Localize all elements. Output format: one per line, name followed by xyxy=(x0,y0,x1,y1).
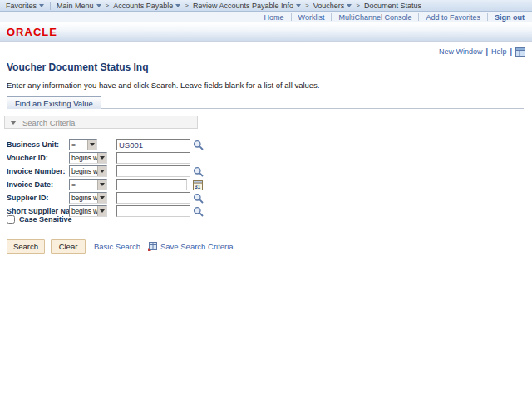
operator-value: = xyxy=(70,180,97,190)
chevron-down-icon xyxy=(347,4,352,7)
page-title: Voucher Document Status Inq xyxy=(7,62,148,73)
breadcrumb: Favorites Main Menu > Accounts Payable >… xyxy=(0,0,532,12)
invoice-date-calendar-icon[interactable]: 31 xyxy=(193,179,204,190)
breadcrumb-item-label: Accounts Payable xyxy=(113,2,173,10)
save-search-criteria-icon[interactable] xyxy=(147,242,157,252)
collapse-triangle-icon xyxy=(10,121,17,125)
voucher-id-operator-select[interactable]: begins with xyxy=(69,152,107,164)
main-menu-label: Main Menu xyxy=(57,2,94,10)
clear-button[interactable]: Clear xyxy=(51,239,86,254)
field-label: Invoice Number: xyxy=(7,167,66,175)
oracle-logo: ORACLE xyxy=(7,26,57,38)
operator-value: = xyxy=(70,140,87,150)
breadcrumb-item-vouchers[interactable]: Vouchers xyxy=(313,2,352,10)
field-label: Supplier ID: xyxy=(7,194,49,202)
breadcrumb-item-accounts-payable[interactable]: Accounts Payable xyxy=(113,2,180,10)
chevron-down-icon xyxy=(97,180,106,190)
utility-divider xyxy=(331,13,332,21)
utility-divider xyxy=(291,13,292,21)
home-link[interactable]: Home xyxy=(264,13,284,22)
search-field-row-invoice-number: Invoice Number: begins with xyxy=(7,165,223,177)
breadcrumb-item-document-status: Document Status xyxy=(364,2,421,10)
sign-out-link[interactable]: Sign out xyxy=(495,13,525,22)
chevron-down-icon xyxy=(97,153,106,163)
supplier-id-operator-select[interactable]: begins with xyxy=(69,192,107,204)
breadcrumb-divider xyxy=(50,2,51,10)
case-sensitive-checkbox[interactable] xyxy=(7,215,15,224)
favorites-menu[interactable]: Favorites xyxy=(6,2,44,10)
breadcrumb-separator: > xyxy=(106,2,110,9)
search-criteria-header[interactable]: Search Criteria xyxy=(4,116,198,129)
chevron-down-icon xyxy=(97,206,106,216)
field-label: Invoice Date: xyxy=(7,180,53,189)
new-window-link[interactable]: New Window xyxy=(439,47,483,56)
breadcrumb-separator: > xyxy=(356,2,360,9)
operator-value: begins with xyxy=(70,193,97,203)
breadcrumb-item-label: Document Status xyxy=(364,2,421,10)
main-menu[interactable]: Main Menu xyxy=(57,2,101,10)
supplier-id-lookup-icon[interactable] xyxy=(193,192,204,204)
chevron-down-icon xyxy=(97,166,106,176)
pagebar-separator: | xyxy=(510,47,512,56)
voucher-id-input[interactable] xyxy=(116,152,190,164)
operator-value: begins with xyxy=(70,166,97,176)
search-field-row-invoice-date: Invoice Date: = 31 xyxy=(7,179,223,190)
case-sensitive-row: Case Sensitive xyxy=(7,215,72,224)
business-unit-operator-select[interactable]: = xyxy=(69,139,97,150)
chevron-down-icon xyxy=(39,4,44,7)
search-field-row-business-unit: Business Unit: = xyxy=(7,139,223,150)
tab-label: Find an Existing Value xyxy=(15,99,93,108)
case-sensitive-label: Case Sensitive xyxy=(19,215,72,224)
breadcrumb-item-review-ap-info[interactable]: Review Accounts Payable Info xyxy=(193,2,301,10)
chevron-down-icon xyxy=(175,4,180,7)
help-link[interactable]: Help xyxy=(491,47,507,56)
invoice-number-lookup-icon[interactable] xyxy=(193,165,204,177)
invoice-date-input[interactable] xyxy=(116,179,187,190)
operator-value: begins with xyxy=(70,153,97,163)
invoice-date-operator-select[interactable]: = xyxy=(69,179,107,190)
search-field-row-supplier-id: Supplier ID: begins with xyxy=(7,192,223,204)
breadcrumb-separator: > xyxy=(185,2,189,9)
add-to-favorites-link[interactable]: Add to Favorites xyxy=(426,13,480,22)
field-label: Business Unit: xyxy=(7,140,59,149)
breadcrumb-item-label: Review Accounts Payable Info xyxy=(193,2,293,10)
favorites-label: Favorites xyxy=(6,2,37,10)
utility-divider xyxy=(487,13,488,21)
page-bar: New Window | Help | xyxy=(439,47,525,57)
invoice-number-input[interactable] xyxy=(116,165,190,177)
worklist-link[interactable]: Worklist xyxy=(298,13,325,22)
basic-search-link[interactable]: Basic Search xyxy=(94,242,140,251)
short-supplier-name-operator-select[interactable]: begins with xyxy=(69,205,107,217)
chevron-down-icon xyxy=(87,140,96,150)
multichannel-console-link[interactable]: MultiChannel Console xyxy=(338,13,411,22)
save-search-criteria-link[interactable]: Save Search Criteria xyxy=(160,242,234,251)
chevron-down-icon xyxy=(96,4,101,7)
invoice-number-operator-select[interactable]: begins with xyxy=(69,165,107,177)
business-unit-input[interactable] xyxy=(116,139,190,150)
logo-band: ORACLE xyxy=(0,22,532,42)
operator-value: begins with xyxy=(70,206,97,216)
tab-find-existing-value[interactable]: Find an Existing Value xyxy=(7,96,101,109)
supplier-id-input[interactable] xyxy=(116,192,190,204)
chevron-down-icon xyxy=(97,193,106,203)
field-label: Voucher ID: xyxy=(7,154,48,162)
search-field-row-voucher-id: Voucher ID: begins with xyxy=(7,152,223,164)
utility-links-bar: Home Worklist MultiChannel Console Add t… xyxy=(0,12,532,22)
chevron-down-icon xyxy=(296,4,301,7)
search-criteria-label: Search Criteria xyxy=(22,118,75,127)
peoplesoft-window: Favorites Main Menu > Accounts Payable >… xyxy=(0,0,532,399)
svg-text:31: 31 xyxy=(195,184,201,190)
business-unit-lookup-icon[interactable] xyxy=(193,139,204,150)
action-bar: Search Clear Basic Search Save Search Cr… xyxy=(7,239,234,254)
personalize-page-icon[interactable] xyxy=(515,47,525,57)
breadcrumb-separator: > xyxy=(305,2,309,9)
search-button[interactable]: Search xyxy=(7,239,45,254)
short-supplier-name-input[interactable] xyxy=(116,205,190,217)
utility-divider xyxy=(418,13,419,21)
breadcrumb-item-label: Vouchers xyxy=(313,2,345,10)
short-supplier-name-lookup-icon[interactable] xyxy=(193,205,204,217)
page-instruction: Enter any information you have and click… xyxy=(7,81,320,90)
pagebar-separator: | xyxy=(485,47,488,56)
